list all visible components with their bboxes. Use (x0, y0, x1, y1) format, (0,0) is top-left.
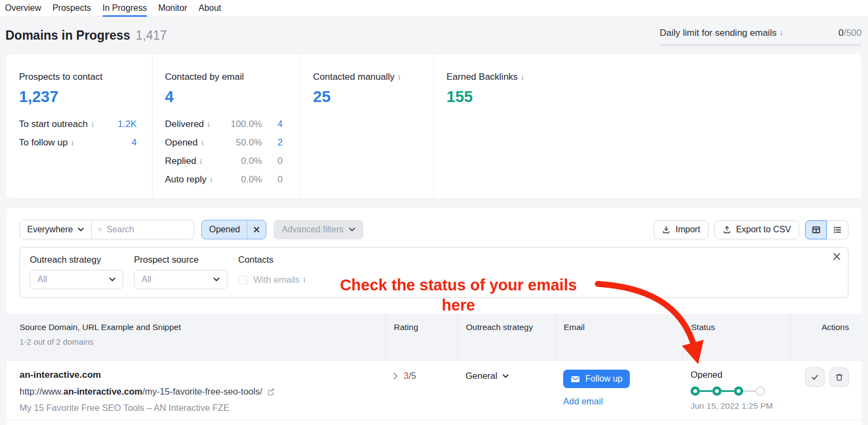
top-nav: Overview Prospects In Progress Monitor A… (0, 0, 868, 17)
email-cell: Follow up Add email (556, 361, 683, 420)
scope-value: Everywhere (27, 225, 73, 234)
info-icon[interactable]: i (92, 121, 94, 128)
filter-panel-close[interactable] (833, 252, 841, 263)
scope-dropdown[interactable]: Everywhere (20, 220, 92, 239)
chevron-down-icon (349, 227, 355, 232)
col-rating-label: Rating (394, 322, 418, 332)
to-follow-up-value[interactable]: 4 (123, 137, 137, 148)
tab-in-progress[interactable]: In Progress (103, 0, 147, 16)
import-label: Import (675, 225, 700, 234)
source-domain[interactable]: an-interactive.com (20, 370, 386, 380)
col-outreach-strategy: Outreach strategy (458, 314, 556, 361)
stat-label: Contacted manually (313, 72, 394, 83)
tab-monitor[interactable]: Monitor (158, 0, 187, 16)
outreach-strategy-value: All (37, 275, 109, 284)
source-snippet: My 15 Favorite Free SEO Tools – AN Inter… (20, 403, 386, 413)
import-button[interactable]: Import (654, 220, 708, 239)
list-view-icon (833, 225, 842, 234)
stats-card: Prospects to contact 1,237 To start outr… (7, 54, 861, 198)
prospects-to-contact-value: 1,237 (19, 88, 152, 106)
daily-limit-widget: Daily limit for sending emails i 0 /500 (660, 28, 861, 46)
source-cell: an-interactive.com http://www.an-interac… (7, 361, 386, 420)
with-emails-checkbox[interactable] (238, 275, 248, 285)
to-follow-up-row: To follow up i 4 (19, 137, 137, 148)
url-text[interactable]: http://www.an-interactive.com/my-15-favo… (20, 386, 263, 397)
stat-contacted-manually: Contacted manually i 25 (300, 54, 433, 198)
info-icon[interactable]: i (200, 158, 202, 165)
tab-monitor-label: Monitor (158, 3, 187, 13)
outreach-strategy-filter: Outreach strategy All (30, 255, 123, 297)
to-start-outreach-value[interactable]: 1.2K (118, 119, 137, 130)
info-icon[interactable]: i (521, 74, 524, 81)
add-email-link[interactable]: Add email (563, 396, 603, 407)
export-upload-icon (723, 225, 731, 234)
page-header: Domains in Progress 1,417 (5, 28, 167, 43)
row-label: To follow up (19, 137, 68, 148)
chevron-down-icon (109, 277, 116, 282)
timeline-connector (722, 390, 734, 392)
strategy-value: General (465, 371, 497, 381)
export-to-csv-button[interactable]: Export to CSV (714, 220, 799, 239)
timeline-step-done (734, 386, 743, 396)
tab-overview-label: Overview (5, 3, 41, 13)
timeline-connector (700, 390, 712, 392)
rating-score: 3 (404, 371, 409, 380)
info-icon[interactable]: i (780, 30, 782, 37)
search-box (92, 220, 194, 239)
advanced-filters-button[interactable]: Advanced filters (273, 220, 363, 239)
col-status: Status (683, 314, 790, 361)
info-icon[interactable]: i (208, 121, 210, 128)
mark-done-button[interactable] (805, 367, 825, 387)
trash-icon (835, 373, 844, 382)
replied-percent: 0.0% (241, 156, 262, 167)
checkmark-icon (810, 373, 819, 382)
contacted-manually-value: 25 (313, 88, 433, 106)
replied-row: Replied i 0.0% 0 (165, 156, 283, 167)
col-status-label: Status (691, 322, 715, 332)
chevron-right-icon[interactable] (393, 372, 398, 380)
filter-chip-close[interactable] (247, 220, 266, 239)
daily-limit-used: 0 (838, 28, 843, 39)
delivered-count[interactable]: 4 (269, 119, 283, 130)
tab-overview[interactable]: Overview (5, 0, 41, 16)
prospect-source-label: Prospect source (134, 255, 227, 265)
row-label: Replied (165, 156, 196, 167)
delete-button[interactable] (829, 367, 849, 387)
info-icon[interactable]: i (210, 176, 213, 183)
table-view-icon (812, 225, 821, 234)
row-label: Delivered (165, 119, 204, 130)
to-start-outreach-row: To start outreach i 1.2K (19, 119, 137, 130)
info-icon[interactable]: i (303, 276, 305, 283)
domains-table: Source Domain, URL Example and Snippet 1… (7, 314, 861, 421)
tab-about[interactable]: About (199, 0, 221, 16)
chevron-down-icon (78, 227, 84, 232)
tab-in-progress-label: In Progress (103, 3, 147, 13)
list-view-button[interactable] (827, 220, 848, 239)
filter-chip-opened: Opened (201, 220, 266, 239)
external-link-icon[interactable] (267, 388, 275, 396)
auto-reply-percent: 0.0% (241, 174, 262, 185)
filter-chip-label[interactable]: Opened (202, 220, 247, 239)
rating-cell: 3/5 (386, 361, 458, 420)
prospect-source-select[interactable]: All (134, 270, 227, 289)
col-email: Email (556, 314, 683, 361)
follow-up-button[interactable]: Follow up (563, 370, 630, 388)
outreach-strategy-cell[interactable]: General (458, 361, 556, 420)
info-icon[interactable]: i (398, 74, 400, 81)
status-value: Opened (691, 370, 790, 380)
info-icon[interactable]: i (72, 139, 74, 147)
tab-about-label: About (199, 3, 221, 13)
with-emails-label: With emails (253, 275, 299, 285)
opened-count[interactable]: 2 (269, 137, 283, 148)
col-actions-label: Actions (821, 322, 849, 332)
stat-prospects-to-contact: Prospects to contact 1,237 To start outr… (7, 54, 152, 198)
tab-prospects[interactable]: Prospects (53, 0, 91, 16)
table-view-button[interactable] (805, 220, 827, 239)
actions-cell (790, 361, 861, 420)
info-icon[interactable]: i (202, 139, 204, 147)
domains-count: 1,417 (136, 28, 167, 43)
search-input[interactable] (106, 225, 188, 234)
follow-up-label: Follow up (585, 374, 622, 384)
stat-label: Contacted by email (165, 72, 244, 83)
outreach-strategy-select[interactable]: All (30, 270, 123, 289)
